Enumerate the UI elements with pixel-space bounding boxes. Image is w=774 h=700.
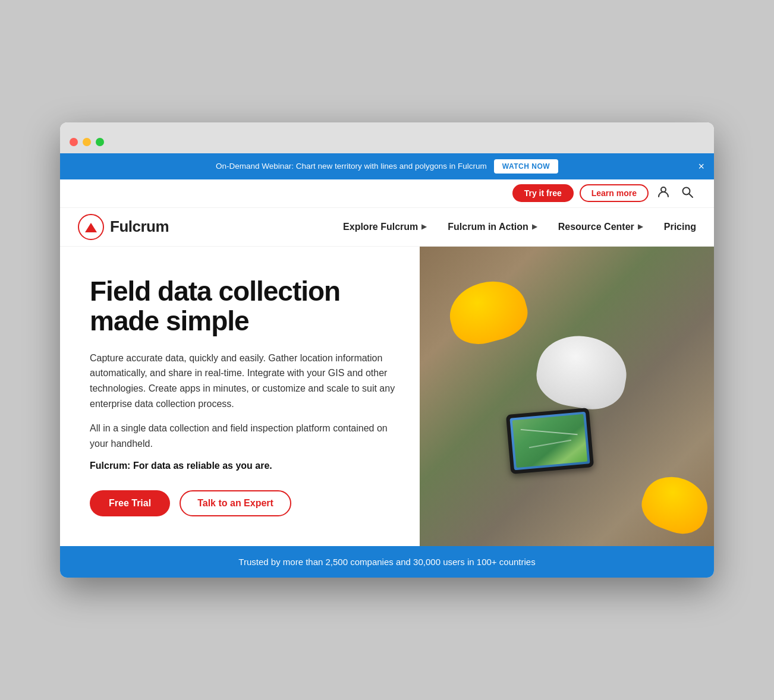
nav-explore-label: Explore Fulcrum bbox=[343, 222, 418, 232]
hero-body-1: Capture accurate data, quickly and easil… bbox=[90, 351, 402, 411]
search-icon-button[interactable] bbox=[678, 184, 696, 203]
traffic-light-minimize[interactable] bbox=[83, 138, 91, 146]
browser-chrome bbox=[60, 122, 714, 153]
traffic-light-fullscreen[interactable] bbox=[96, 138, 104, 146]
svg-line-2 bbox=[689, 194, 693, 197]
hero-title: Field data collection made simple bbox=[90, 276, 402, 336]
hero-photo bbox=[420, 247, 714, 547]
nav-resource-arrow: ▶ bbox=[638, 223, 643, 231]
nav-items: Explore Fulcrum ▶ Fulcrum in Action ▶ Re… bbox=[343, 222, 696, 232]
map-line-1 bbox=[520, 429, 577, 435]
hero-tagline: Fulcrum: For data as reliable as you are… bbox=[90, 461, 402, 471]
free-trial-button[interactable]: Free Trial bbox=[90, 490, 170, 516]
talk-to-expert-button[interactable]: Talk to an Expert bbox=[180, 490, 291, 516]
hero-content: Field data collection made simple Captur… bbox=[60, 247, 420, 547]
browser-window: On-Demand Webinar: Chart new territory w… bbox=[60, 122, 714, 578]
tablet-screen bbox=[509, 412, 590, 471]
footer-trust-text: Trusted by more than 2,500 companies and… bbox=[238, 557, 535, 567]
logo-triangle bbox=[85, 223, 97, 232]
hero-buttons: Free Trial Talk to an Expert bbox=[90, 490, 402, 516]
nav-resource-label: Resource Center bbox=[558, 222, 634, 232]
navbar: Fulcrum Explore Fulcrum ▶ Fulcrum in Act… bbox=[60, 208, 714, 247]
nav-explore-arrow: ▶ bbox=[421, 223, 426, 231]
logo-icon bbox=[78, 214, 104, 240]
hero-body-2: All in a single data collection and fiel… bbox=[90, 421, 402, 451]
announcement-banner: On-Demand Webinar: Chart new territory w… bbox=[60, 153, 714, 179]
traffic-light-close[interactable] bbox=[70, 138, 78, 146]
hero-image-inner bbox=[420, 247, 714, 547]
map-line-2 bbox=[528, 440, 571, 448]
banner-text: On-Demand Webinar: Chart new territory w… bbox=[216, 162, 487, 171]
nav-pricing[interactable]: Pricing bbox=[664, 222, 696, 232]
banner-watch-button[interactable]: WATCH NOW bbox=[494, 159, 558, 174]
svg-point-0 bbox=[661, 187, 666, 192]
banner-close-button[interactable]: × bbox=[698, 161, 704, 172]
nav-action-arrow: ▶ bbox=[532, 223, 537, 231]
tablet-map bbox=[512, 414, 587, 468]
learn-more-button[interactable]: Learn more bbox=[580, 184, 649, 202]
try-free-button[interactable]: Try it free bbox=[512, 184, 574, 202]
hero-image bbox=[420, 247, 714, 547]
footer-trust-bar: Trusted by more than 2,500 companies and… bbox=[60, 546, 714, 578]
nav-action-label: Fulcrum in Action bbox=[448, 222, 528, 232]
logo-text: Fulcrum bbox=[110, 217, 169, 236]
utility-bar: Try it free Learn more bbox=[60, 179, 714, 208]
nav-fulcrum-in-action[interactable]: Fulcrum in Action ▶ bbox=[448, 222, 536, 232]
logo-link[interactable]: Fulcrum bbox=[78, 214, 169, 240]
nav-pricing-label: Pricing bbox=[664, 222, 696, 232]
user-icon-button[interactable] bbox=[655, 184, 672, 203]
nav-explore-fulcrum[interactable]: Explore Fulcrum ▶ bbox=[343, 222, 426, 232]
hero-section: Field data collection made simple Captur… bbox=[60, 247, 714, 547]
tablet-device bbox=[505, 408, 593, 474]
nav-resource-center[interactable]: Resource Center ▶ bbox=[558, 222, 643, 232]
